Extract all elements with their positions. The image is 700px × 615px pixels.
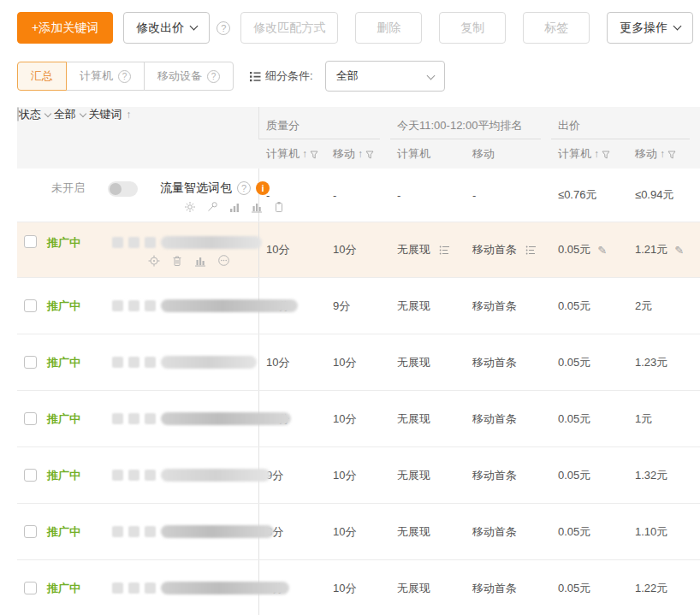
- row-left: 推广中: [17, 222, 259, 277]
- help-icon[interactable]: ?: [237, 181, 251, 195]
- quality-computer-value: 10分: [259, 334, 326, 390]
- keyword-sort[interactable]: 关键词 ↑: [88, 107, 131, 122]
- sort-up-icon[interactable]: ↑: [660, 148, 665, 160]
- bid-computer-value: 0.05元: [551, 278, 628, 334]
- row-checkbox[interactable]: [24, 525, 37, 538]
- filter-funnel-icon[interactable]: [365, 151, 374, 159]
- trend-signal-icon[interactable]: [228, 201, 240, 213]
- redacted-keyword: [112, 235, 262, 250]
- quality-computer-value: -: [259, 169, 326, 222]
- settings-gear-icon[interactable]: [184, 201, 196, 213]
- more-actions-button[interactable]: 更多操作: [607, 12, 693, 44]
- status-all-label: 全部: [54, 107, 76, 122]
- criteria-select[interactable]: 全部: [325, 61, 445, 92]
- status-all-filter[interactable]: 全部: [54, 107, 86, 122]
- row-left: 推广中: [17, 334, 259, 390]
- help-icon[interactable]: ?: [217, 21, 230, 35]
- bid-computer-value: 0.05元: [551, 391, 628, 446]
- more-options-icon[interactable]: [217, 254, 230, 267]
- bid-mobile-col: 移动 ↑: [628, 139, 700, 169]
- table-row: 推广中 9分 10分 无展现 移动首条 0.05元 1.32元: [17, 447, 700, 504]
- smart-row-left: 未开启 流量智选词包 ? i: [17, 169, 259, 222]
- enable-toggle[interactable]: [108, 181, 138, 197]
- filter-funnel-icon[interactable]: [310, 151, 318, 159]
- status-filter[interactable]: 状态: [19, 107, 50, 122]
- bid-computer-value: 0.05元 ✎: [551, 222, 628, 277]
- table-row: 推广中 10分 10分 无展现 移动首条 0.05元 1元: [17, 391, 700, 447]
- rank-mobile-value: 移动首条: [466, 504, 551, 559]
- bid-mobile-value: 1.23元: [628, 334, 700, 390]
- row-checkbox[interactable]: [24, 412, 37, 425]
- rank-computer-label: 计算机: [397, 146, 430, 162]
- chevron-down-icon: [79, 110, 86, 117]
- rank-group-title: 今天11:00-12:00平均排名: [390, 118, 541, 139]
- row-checkbox[interactable]: [24, 469, 37, 482]
- modify-bid-button[interactable]: 修改出价: [123, 12, 210, 44]
- help-icon[interactable]: ?: [118, 70, 131, 83]
- table-row: 推广中 8分 10分 无展现 移动首条 0.05元 1.10元: [17, 504, 700, 560]
- table-header: 状态 全部 关键词 ↑ 质量分 今天11:00-12:00平均排名 出价: [17, 107, 700, 169]
- tag-button[interactable]: 标签: [523, 12, 590, 44]
- sort-up-icon[interactable]: ↑: [594, 148, 599, 160]
- status-badge: 推广中: [47, 299, 97, 314]
- help-icon[interactable]: ?: [207, 70, 220, 83]
- tab-mobile[interactable]: 移动设备 ?: [144, 62, 234, 91]
- redacted-keyword: [112, 355, 257, 370]
- filter-funnel-icon[interactable]: [602, 151, 610, 159]
- row-checkbox[interactable]: [24, 299, 37, 312]
- bar-chart-icon[interactable]: [194, 255, 206, 267]
- sort-up-icon[interactable]: ↑: [358, 148, 363, 160]
- row-checkbox[interactable]: [24, 235, 37, 248]
- bid-mobile-value: 1元: [628, 391, 700, 446]
- quality-mobile-value: 10分: [326, 391, 390, 446]
- bid-computer-label: 计算机: [558, 146, 591, 162]
- status-badge: 推广中: [47, 411, 97, 427]
- redacted-keyword: [112, 581, 289, 595]
- row-checkbox[interactable]: [24, 582, 37, 594]
- delete-button[interactable]: 删除: [355, 12, 422, 44]
- modify-match-button[interactable]: 修改匹配方式: [240, 12, 338, 44]
- keyword-management-page: +添加关键词 修改出价 ? 修改匹配方式 删除 复制 标签 更多操作 汇总 计算…: [0, 0, 700, 615]
- bid-group-title: 出价: [551, 118, 690, 139]
- table-row: 推广中 8分 10分 无展现 移动首条 0.05元 1.22元: [17, 560, 700, 615]
- header-left: 状态 全部 关键词 ↑: [17, 107, 259, 139]
- status-badge: 推广中: [47, 524, 97, 540]
- wrench-icon[interactable]: [206, 201, 218, 213]
- list-icon: [249, 70, 261, 82]
- rank-group-header: 今天11:00-12:00平均排名: [390, 107, 551, 139]
- chevron-down-icon: [426, 71, 435, 80]
- bid-mobile-label: 移动: [635, 146, 657, 162]
- edit-pencil-icon[interactable]: ✎: [674, 244, 684, 257]
- criteria-label-text: 细分条件:: [265, 68, 313, 84]
- sort-up-icon[interactable]: ↑: [302, 148, 307, 160]
- rank-mobile-value: 移动首条: [466, 334, 551, 390]
- quality-mobile-value: 10分: [326, 560, 390, 615]
- row-checkbox[interactable]: [24, 356, 37, 369]
- row-left: 推广中: [17, 504, 259, 559]
- chevron-down-icon: [190, 22, 199, 31]
- rank-mobile-col: 移动: [466, 139, 551, 169]
- trash-icon[interactable]: [171, 255, 183, 267]
- target-icon[interactable]: [148, 255, 160, 267]
- criteria-label: 细分条件:: [249, 68, 313, 84]
- quality-mobile-col: 移动 ↑: [326, 139, 390, 169]
- sort-up-icon[interactable]: ↑: [126, 109, 131, 121]
- rank-computer-value: 无展现: [390, 278, 466, 334]
- status-badge: 推广中: [47, 581, 97, 596]
- rank-list-icon[interactable]: [439, 245, 450, 256]
- bid-computer-col: 计算机 ↑: [551, 139, 628, 169]
- filter-funnel-icon[interactable]: [667, 151, 676, 159]
- chevron-down-icon: [673, 22, 682, 31]
- row-left: 推广中: [17, 391, 259, 446]
- keyword-table: 状态 全部 关键词 ↑ 质量分 今天11:00-12:00平均排名 出价: [17, 107, 700, 615]
- filter-row: 汇总 计算机 ? 移动设备 ? 细分条件: 全部: [17, 61, 700, 92]
- bid-computer-value: 0.05元: [551, 447, 628, 503]
- add-keyword-button[interactable]: +添加关键词: [17, 12, 113, 44]
- rank-mobile-value: 移动首条: [466, 278, 551, 334]
- tab-summary[interactable]: 汇总: [17, 62, 67, 91]
- rank-list-icon[interactable]: [525, 245, 537, 256]
- tab-computer[interactable]: 计算机 ?: [66, 62, 145, 91]
- copy-button[interactable]: 复制: [439, 12, 506, 44]
- edit-pencil-icon[interactable]: ✎: [597, 244, 607, 257]
- bid-computer-value: 0.05元: [551, 334, 628, 390]
